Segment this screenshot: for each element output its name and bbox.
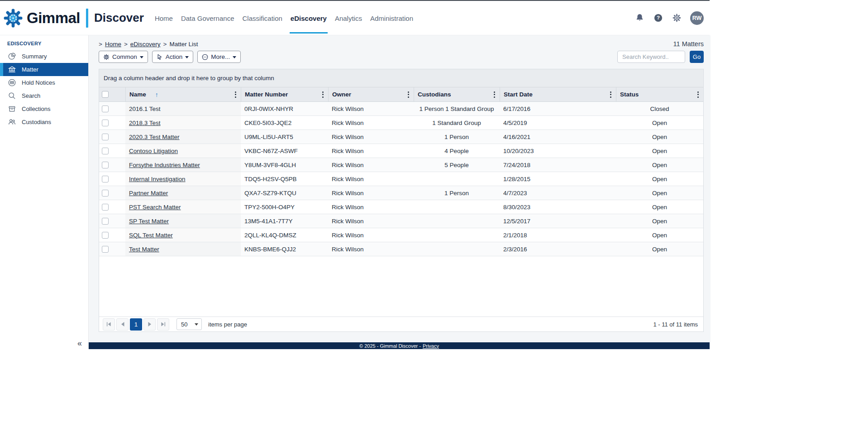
action-menu-button[interactable]: Action <box>152 51 194 63</box>
matter-name-link[interactable]: Internal Investigation <box>129 176 186 182</box>
sidebar-collapse-button[interactable]: « <box>77 339 82 347</box>
row-checkbox[interactable] <box>102 232 109 239</box>
top-navigation: Home Data Governance Classification eDis… <box>154 1 414 35</box>
row-checkbox[interactable] <box>102 190 109 197</box>
chevron-down-icon <box>195 323 198 326</box>
column-menu-icon[interactable] <box>405 89 412 100</box>
sidebar-item-label: Custodians <box>22 119 51 125</box>
pie-chart-icon <box>8 52 16 61</box>
previous-page-button[interactable] <box>116 318 129 331</box>
row-checkbox-cell <box>99 158 125 172</box>
app-logo[interactable]: Gimmal Discover <box>4 9 144 28</box>
start-date-cell: 10/20/2023 <box>500 144 616 158</box>
column-menu-icon[interactable] <box>320 89 326 100</box>
sidebar-item-label: Summary <box>22 53 47 60</box>
table-row[interactable]: SP Test Matter 13M5-41A1-7T7Y Rick Wilso… <box>99 214 703 228</box>
row-checkbox-cell <box>99 102 125 115</box>
custodians-cell <box>414 228 500 242</box>
sidebar-item-matter[interactable]: Matter <box>0 63 88 76</box>
table-row[interactable]: 2018.3 Test CKE0-5I03-JQE2 Rick Wilson 1… <box>99 116 703 130</box>
table-row[interactable]: Forsythe Industries Matter Y8UM-3VF8-4GL… <box>99 158 703 172</box>
column-menu-icon[interactable] <box>491 89 498 100</box>
breadcrumb-ediscovery[interactable]: eDiscovery <box>130 41 161 48</box>
column-menu-icon[interactable] <box>695 89 701 100</box>
select-all-checkbox[interactable] <box>102 91 109 98</box>
row-checkbox[interactable] <box>102 218 109 225</box>
sidebar-item-search[interactable]: Search <box>0 89 88 102</box>
table-row[interactable]: Contoso Litigation VKBC-N67Z-ASWF Rick W… <box>99 144 703 158</box>
nav-home[interactable]: Home <box>154 3 174 34</box>
matter-number-cell: TDQ5-H2SV-Q5PB <box>241 172 328 186</box>
row-checkbox[interactable] <box>102 120 109 126</box>
table-row[interactable]: SQL Test Matter 2QLL-KL4Q-DMSZ Rick Wils… <box>99 228 703 242</box>
privacy-link[interactable]: Privacy <box>423 343 439 349</box>
last-page-button[interactable] <box>157 318 169 331</box>
table-row[interactable]: Partner Matter QXA7-SZ79-KTQU Rick Wilso… <box>99 186 703 200</box>
table-row[interactable]: Internal Investigation TDQ5-H2SV-Q5PB Ri… <box>99 172 703 186</box>
nav-data-governance[interactable]: Data Governance <box>180 3 235 34</box>
search-input[interactable] <box>617 51 685 63</box>
matter-name-link[interactable]: PST Search Matter <box>129 204 181 211</box>
row-checkbox[interactable] <box>102 204 109 211</box>
sidebar-item-collections[interactable]: Collections <box>0 102 88 115</box>
sidebar: EDISCOVERY Summary Matter <box>0 35 89 349</box>
table-row[interactable]: PST Search Matter TPY2-500H-O4PY Rick Wi… <box>99 200 703 214</box>
matter-name-link[interactable]: Partner Matter <box>129 190 168 197</box>
row-checkbox[interactable] <box>102 134 109 140</box>
settings-gear-icon[interactable] <box>672 13 682 23</box>
table-row[interactable]: 2016.1 Test 0RJI-0WIX-NHYR Rick Wilson 1… <box>99 102 703 116</box>
page-size-value: 50 <box>177 321 195 328</box>
common-menu-button[interactable]: Common <box>99 51 148 63</box>
column-header-custodians[interactable]: Custodians <box>414 87 500 101</box>
column-menu-icon[interactable] <box>607 89 614 100</box>
column-header-start-date[interactable]: Start Date <box>500 87 616 101</box>
column-header-matter-number[interactable]: Matter Number <box>241 87 328 101</box>
more-menu-button[interactable]: More... <box>197 51 241 63</box>
page-size-dropdown[interactable]: 50 <box>176 318 202 330</box>
table-row[interactable]: Test Matter KNBS-BME6-QJJ2 Rick Wilson 2… <box>99 242 703 256</box>
user-avatar[interactable]: RW <box>690 11 704 25</box>
row-checkbox[interactable] <box>102 148 109 154</box>
breadcrumb-separator: > <box>163 41 167 48</box>
notifications-bell-icon[interactable] <box>634 13 644 23</box>
help-icon[interactable]: ? <box>653 13 663 23</box>
matter-name-link[interactable]: SQL Test Matter <box>129 232 173 239</box>
matter-number-cell: U9ML-LI5U-ART5 <box>241 130 328 144</box>
matter-name-link[interactable]: 2020.3 Test Matter <box>129 134 180 140</box>
breadcrumb: > Home > eDiscovery > Matter List <box>99 41 198 48</box>
start-date-cell: 1/28/2015 <box>500 172 616 186</box>
column-header-owner[interactable]: Owner <box>328 87 414 101</box>
matter-name-link[interactable]: SP Test Matter <box>129 218 169 225</box>
matter-name-link[interactable]: 2016.1 Test <box>129 106 161 112</box>
matter-name-link[interactable]: 2018.3 Test <box>129 120 161 126</box>
matter-name-link[interactable]: Forsythe Industries Matter <box>129 162 200 168</box>
column-header-name[interactable]: Name ↑ <box>125 87 241 101</box>
nav-classification[interactable]: Classification <box>241 3 283 34</box>
sidebar-item-label: Search <box>22 92 40 99</box>
breadcrumb-home[interactable]: Home <box>105 41 121 48</box>
nav-ediscovery[interactable]: eDiscovery <box>290 3 328 34</box>
column-header-status[interactable]: Status <box>616 87 703 101</box>
next-page-button[interactable] <box>143 318 156 331</box>
row-checkbox[interactable] <box>102 176 109 182</box>
row-checkbox[interactable] <box>102 246 109 253</box>
nav-analytics[interactable]: Analytics <box>334 3 363 34</box>
matter-name-link[interactable]: Contoso Litigation <box>129 148 178 154</box>
chevron-down-icon <box>185 56 189 58</box>
row-checkbox[interactable] <box>102 162 109 168</box>
sidebar-item-custodians[interactable]: Custodians <box>0 115 88 129</box>
nav-administration[interactable]: Administration <box>369 3 414 34</box>
row-checkbox-cell <box>99 130 125 144</box>
matter-name-link[interactable]: Test Matter <box>129 246 159 253</box>
matter-number-cell: QXA7-SZ79-KTQU <box>241 186 328 200</box>
first-page-button[interactable] <box>103 318 115 331</box>
custodians-cell: 1 Person 1 Standard Group <box>414 102 500 115</box>
ellipsis-circle-icon <box>202 54 208 60</box>
row-checkbox[interactable] <box>102 106 109 112</box>
table-row[interactable]: 2020.3 Test Matter U9ML-LI5U-ART5 Rick W… <box>99 130 703 144</box>
go-button[interactable]: Go <box>690 51 704 63</box>
sidebar-item-hold-notices[interactable]: Hold Notices <box>0 76 88 89</box>
sidebar-item-summary[interactable]: Summary <box>0 50 88 63</box>
column-menu-icon[interactable] <box>232 89 239 100</box>
page-1-button[interactable]: 1 <box>130 318 142 331</box>
